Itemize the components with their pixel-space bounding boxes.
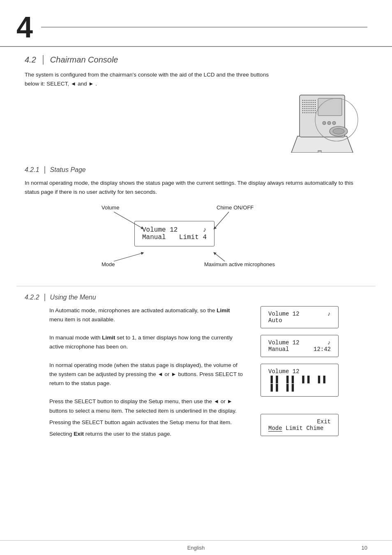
lcd-limit-text: Limit 4 xyxy=(179,234,207,241)
svg-rect-22 xyxy=(313,104,314,105)
lcd-auto-mode-text: Auto xyxy=(268,317,282,324)
svg-rect-30 xyxy=(315,106,316,107)
para-manual-text: In manual mode with Limit set to 1, a ti… xyxy=(49,333,244,352)
subsection-4-2-1-num: 4.2.1 xyxy=(25,166,45,174)
main-intro: The system is configured from the chairm… xyxy=(25,70,367,154)
para-manual-mode: In manual mode with Limit set to 1, a ti… xyxy=(49,333,244,352)
chapter-line xyxy=(41,27,367,28)
svg-rect-37 xyxy=(315,108,316,109)
svg-rect-51 xyxy=(315,112,316,113)
label-volume: Volume xyxy=(101,204,119,211)
svg-rect-3 xyxy=(302,100,303,101)
page-footer: English 10 xyxy=(0,540,392,555)
lcd-manual-row1: Volume 12 ♪ xyxy=(268,339,331,346)
lcd-exit-menu: Exit Mode Limit Chime xyxy=(261,414,339,436)
lcd-exit-text: Exit xyxy=(317,418,331,425)
svg-rect-49 xyxy=(311,112,311,113)
bold-limit-1: Limit xyxy=(217,307,230,313)
subsection-4-2-1-label: Status Page xyxy=(50,166,86,174)
svg-marker-0 xyxy=(291,136,353,153)
svg-rect-20 xyxy=(309,104,309,105)
para-volume-adjust: In normal operating mode (when the statu… xyxy=(49,361,244,388)
lcd-bars-volume: Volume 12 xyxy=(268,368,300,375)
para-auto-mode: In Automatic mode, microphones are activ… xyxy=(49,306,244,325)
svg-line-62 xyxy=(114,253,143,261)
lcd-chime-icon: ♪ xyxy=(203,226,207,234)
svg-rect-43 xyxy=(313,110,314,111)
svg-rect-33 xyxy=(307,108,307,109)
svg-rect-41 xyxy=(309,110,309,111)
lcd-mode-underlined: Mode xyxy=(268,425,282,432)
para-setup-text-2: Pressing the SELECT button again activat… xyxy=(49,418,244,427)
svg-rect-46 xyxy=(304,112,305,113)
svg-line-61 xyxy=(214,212,229,228)
section-4-2: 4.2 Chairman Console The system is confi… xyxy=(0,55,392,279)
lcd-row-2: Manual Limit 4 xyxy=(142,234,207,241)
page-container: 4 4.2 Chairman Console The system is con… xyxy=(0,0,392,555)
svg-rect-44 xyxy=(315,110,316,111)
bold-limit-2: Limit xyxy=(102,334,115,341)
svg-rect-39 xyxy=(304,110,305,111)
chairman-console-image xyxy=(277,70,367,154)
lcd-mode-text: Manual xyxy=(142,234,166,241)
svg-rect-32 xyxy=(304,108,305,109)
svg-rect-25 xyxy=(304,106,305,107)
svg-rect-35 xyxy=(311,108,311,109)
svg-rect-7 xyxy=(311,100,311,101)
section-4-2-label: Chairman Console xyxy=(50,55,118,65)
status-lcd-box: Volume 12 ♪ Manual Limit 4 xyxy=(134,221,214,246)
para-volume-text: In normal operating mode (when the statu… xyxy=(49,361,244,388)
svg-line-63 xyxy=(214,253,225,261)
svg-rect-31 xyxy=(302,108,303,109)
menu-section: In Automatic mode, microphones are activ… xyxy=(25,306,367,448)
lcd-manual-mode: Manual xyxy=(268,346,289,353)
subsection-4-2-1-title: 4.2.1 Status Page xyxy=(25,166,367,174)
svg-rect-57 xyxy=(318,151,321,153)
svg-rect-17 xyxy=(302,104,303,105)
menu-displays-column: Volume 12 ♪ Auto Volume 12 ♪ Manual xyxy=(261,306,343,448)
divider-1 xyxy=(16,286,376,286)
svg-point-56 xyxy=(333,128,344,134)
label-mode: Mode xyxy=(101,261,115,267)
para-setup-text-3: Selecting Exit returns the user to the s… xyxy=(49,430,244,439)
para-setup-text-1: Press the SELECT button to display the S… xyxy=(49,397,244,416)
svg-rect-50 xyxy=(313,112,314,113)
section-4-2-2: 4.2.2 Using the Menu In Automatic mode, … xyxy=(0,294,392,448)
svg-rect-29 xyxy=(313,106,314,107)
svg-rect-48 xyxy=(309,112,309,113)
lcd-exit-row2: Mode Limit Chime xyxy=(268,425,331,432)
lcd-auto-row2: Auto xyxy=(268,317,331,324)
svg-rect-26 xyxy=(307,106,307,107)
lcd-manual-row2: Manual 12:42 xyxy=(268,346,331,353)
status-page-description: In normal operating mode, the display sh… xyxy=(25,179,367,197)
svg-rect-23 xyxy=(315,104,316,105)
subsection-4-2-2-title: 4.2.2 Using the Menu xyxy=(25,294,367,301)
svg-point-52 xyxy=(323,121,326,125)
lcd-limit-chime-text: Limit Chime xyxy=(282,425,324,432)
lcd-volume-bars: Volume 12 ▐▐ ▐▐ ▐▐ ▐▐ ▐▐ ▐▐ xyxy=(261,364,339,397)
svg-rect-5 xyxy=(307,100,307,101)
console-svg xyxy=(277,70,367,153)
svg-rect-28 xyxy=(311,106,311,107)
svg-rect-36 xyxy=(313,108,314,109)
bold-exit: Exit xyxy=(74,431,84,437)
svg-rect-12 xyxy=(307,102,307,103)
chapter-number: 4 xyxy=(16,12,33,42)
svg-rect-40 xyxy=(307,110,307,111)
lcd-manual-timer-val: 12:42 xyxy=(314,346,331,353)
lcd-auto-volume: Volume 12 xyxy=(268,311,300,317)
svg-rect-11 xyxy=(304,102,305,103)
menu-text-column: In Automatic mode, microphones are activ… xyxy=(49,306,244,448)
svg-rect-4 xyxy=(304,100,305,101)
svg-rect-38 xyxy=(302,110,303,111)
section-4-2-title: 4.2 Chairman Console xyxy=(25,55,367,65)
svg-point-54 xyxy=(332,121,336,125)
svg-rect-8 xyxy=(313,100,314,101)
svg-rect-2 xyxy=(318,98,342,116)
bars-visual: ▐▐ ▐▐ ▐▐ ▐▐ ▐▐ ▐▐ xyxy=(268,376,326,392)
svg-rect-24 xyxy=(302,106,303,107)
svg-rect-45 xyxy=(302,112,303,113)
para-auto-text: In Automatic mode, microphones are activ… xyxy=(49,306,244,325)
section-4-2-num: 4.2 xyxy=(25,55,44,65)
lcd-exit-row1: Exit xyxy=(268,418,331,425)
